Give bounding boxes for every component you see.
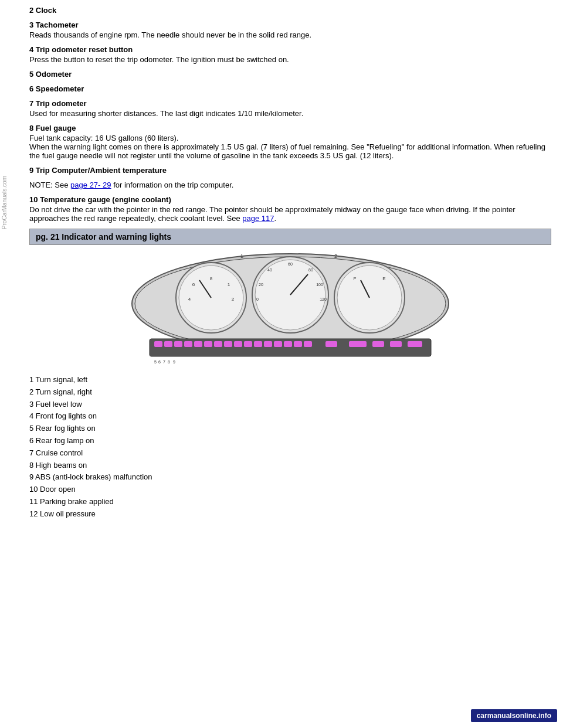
odometer-title: 5 Odometer <box>29 70 551 79</box>
indicator-7: 7 Cruise control <box>29 447 551 460</box>
note-link-suffix: for information on the trip computer. <box>113 181 233 189</box>
svg-text:100: 100 <box>316 283 323 287</box>
svg-text:20: 20 <box>259 283 263 287</box>
svg-text:7: 7 <box>163 360 165 364</box>
svg-text:1: 1 <box>228 282 230 287</box>
section-trip-computer: 9 Trip Computer/Ambient temperature <box>29 166 551 175</box>
dashboard-image-container: 8 6 1 4 2 60 40 80 20 100 0 120 F E <box>29 251 551 368</box>
footer-site: carmanualsonline.info <box>477 712 551 720</box>
svg-text:4: 4 <box>188 297 191 302</box>
clock-title: 2 Clock <box>29 6 551 15</box>
svg-rect-31 <box>204 341 212 347</box>
temp-gauge-body: Do not drive the car with the pointer in… <box>29 205 551 223</box>
indicator-1: 1 Turn signal, left <box>29 374 551 386</box>
svg-rect-27 <box>164 341 172 347</box>
svg-text:1: 1 <box>240 253 243 259</box>
svg-rect-33 <box>224 341 232 347</box>
indicator-2: 2 Turn signal, right <box>29 386 551 399</box>
indicator-6: 6 Rear fog lamp on <box>29 435 551 447</box>
svg-text:8: 8 <box>168 360 170 364</box>
svg-rect-38 <box>274 341 282 347</box>
indicator-4: 4 Front fog lights on <box>29 410 551 423</box>
svg-rect-32 <box>214 341 222 347</box>
temp-gauge-link-suffix: . <box>274 214 277 223</box>
svg-rect-41 <box>304 341 312 347</box>
speedometer-title: 6 Speedometer <box>29 84 551 93</box>
svg-rect-30 <box>194 341 202 347</box>
indicator-section-header: pg. 21 Indicator and warning lights <box>29 229 551 245</box>
note-link[interactable]: page 27- 29 <box>70 181 111 189</box>
section-speedometer: 6 Speedometer <box>29 84 551 93</box>
footer-logo: carmanualsonline.info <box>471 709 557 722</box>
svg-rect-34 <box>234 341 242 347</box>
svg-rect-39 <box>284 341 292 347</box>
section-fuel-gauge: 8 Fuel gauge Fuel tank capacity: 16 US g… <box>29 124 551 160</box>
section-tachometer: 3 Tachometer Reads thousands of engine r… <box>29 21 551 39</box>
svg-rect-46 <box>408 341 422 347</box>
svg-rect-36 <box>254 341 262 347</box>
trip-computer-title: 9 Trip Computer/Ambient temperature <box>29 166 551 175</box>
svg-text:80: 80 <box>308 268 313 272</box>
trip-odometer-body: Used for measuring shorter distances. Th… <box>29 109 551 118</box>
fuel-gauge-title: 8 Fuel gauge <box>29 124 551 132</box>
indicator-8: 8 High beams on <box>29 460 551 472</box>
svg-rect-26 <box>154 341 162 347</box>
svg-rect-29 <box>184 341 192 347</box>
tachometer-body: Reads thousands of engine rpm. The needl… <box>29 30 551 39</box>
section-trip-reset: 4 Trip odometer reset button Press the b… <box>29 45 551 64</box>
svg-rect-42 <box>325 341 337 347</box>
svg-rect-44 <box>372 341 384 347</box>
svg-text:60: 60 <box>288 262 293 266</box>
indicator-5: 5 Rear fog lights on <box>29 423 551 435</box>
section-trip-odometer: 7 Trip odometer Used for measuring short… <box>29 99 551 118</box>
svg-text:E: E <box>382 276 385 281</box>
svg-rect-37 <box>264 341 272 347</box>
trip-reset-title: 4 Trip odometer reset button <box>29 45 551 54</box>
svg-rect-35 <box>244 341 252 347</box>
tachometer-title: 3 Tachometer <box>29 21 551 29</box>
svg-text:5: 5 <box>154 360 157 364</box>
svg-text:9: 9 <box>173 360 175 364</box>
svg-text:2: 2 <box>334 253 337 259</box>
trip-reset-body: Press the button to reset the trip odome… <box>29 55 551 64</box>
indicator-header-text: pg. 21 Indicator and warning lights <box>36 232 171 241</box>
indicator-list: 1 Turn signal, left 2 Turn signal, right… <box>29 374 551 521</box>
svg-text:0: 0 <box>256 297 259 301</box>
svg-text:6: 6 <box>192 282 195 287</box>
section-clock: 2 Clock <box>29 6 551 15</box>
svg-text:6: 6 <box>158 360 161 364</box>
svg-text:2: 2 <box>232 297 235 302</box>
indicator-12: 12 Low oil pressure <box>29 508 551 521</box>
indicator-3: 3 Fuel level low <box>29 399 551 411</box>
note-text: NOTE: See page 27- 29 for information on… <box>29 181 551 189</box>
trip-odometer-title: 7 Trip odometer <box>29 99 551 108</box>
section-note: NOTE: See page 27- 29 for information on… <box>29 181 551 189</box>
dashboard-svg: 8 6 1 4 2 60 40 80 20 100 0 120 F E <box>126 251 455 368</box>
indicator-10: 10 Door open <box>29 484 551 496</box>
svg-rect-43 <box>349 341 367 347</box>
svg-text:40: 40 <box>267 268 272 272</box>
indicator-9: 9 ABS (anti-lock brakes) malfunction <box>29 471 551 484</box>
main-content: 2 Clock 3 Tachometer Reads thousands of … <box>18 0 563 526</box>
fuel-gauge-body: Fuel tank capacity: 16 US gallons (60 li… <box>29 134 551 160</box>
section-odometer: 5 Odometer <box>29 70 551 79</box>
watermark-text: ProCarManuals.com <box>1 176 8 229</box>
temp-gauge-title: 10 Temperature gauge (engine coolant) <box>29 195 551 204</box>
svg-rect-40 <box>294 341 302 347</box>
watermark: ProCarManuals.com <box>1 176 8 229</box>
note-label: NOTE: <box>29 181 53 189</box>
indicator-11: 11 Parking brake applied <box>29 496 551 508</box>
svg-rect-28 <box>174 341 182 347</box>
note-body: See <box>55 181 70 189</box>
svg-text:120: 120 <box>320 297 327 301</box>
section-temp-gauge: 10 Temperature gauge (engine coolant) Do… <box>29 195 551 223</box>
svg-text:8: 8 <box>210 276 213 281</box>
svg-rect-45 <box>390 341 402 347</box>
svg-text:F: F <box>354 276 357 281</box>
temp-gauge-link[interactable]: page 117 <box>242 214 274 223</box>
